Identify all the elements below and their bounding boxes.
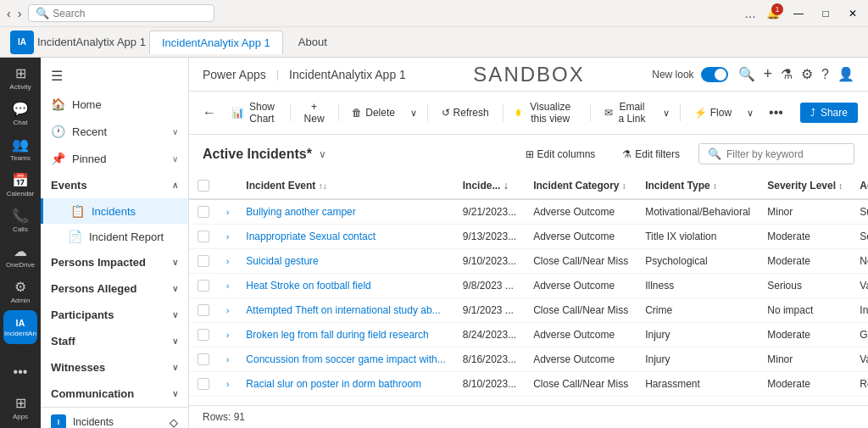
teams-nav-incidentapp[interactable]: IA IncidentAn <box>3 310 37 344</box>
teams-nav-teams[interactable]: 👥 Teams <box>3 132 37 166</box>
row-checkbox-0[interactable] <box>189 199 218 225</box>
search-icon[interactable]: 🔍 <box>738 66 755 82</box>
row-event-3[interactable]: Heat Stroke on football field <box>237 274 453 298</box>
refresh-button[interactable]: ↺ Refresh <box>435 103 496 123</box>
row-activity-1: Service project <box>851 225 868 249</box>
row-expand-1[interactable]: › <box>218 225 237 249</box>
settings-icon[interactable]: ⚙ <box>801 66 813 82</box>
row-expand-3[interactable]: › <box>218 274 237 298</box>
delete-button[interactable]: 🗑 Delete <box>345 103 402 123</box>
search-bar[interactable]: 🔍 <box>28 4 214 22</box>
row-expand-4[interactable]: › <box>218 298 237 323</box>
row-checkbox-1[interactable] <box>189 225 218 249</box>
teams-nav-admin[interactable]: ⚙ Admin <box>3 275 37 308</box>
sidebar-item-recent[interactable]: 🕐 Recent ∨ <box>41 118 188 145</box>
teams-nav-apps[interactable]: ⊞ Apps <box>3 391 37 425</box>
close-button[interactable]: ✕ <box>844 5 861 22</box>
sidebar-section-persons-alleged[interactable]: Persons Alleged ∨ <box>41 275 188 302</box>
row-event-2[interactable]: Suicidal gesture <box>237 249 453 274</box>
columns-icon: ⊞ <box>526 148 534 160</box>
filter-icon[interactable]: ⚗ <box>781 66 793 82</box>
sidebar-section-staff[interactable]: Staff ∨ <box>41 328 188 354</box>
teams-nav-more[interactable]: ••• <box>3 355 37 389</box>
email-dropdown-button[interactable]: ∨ <box>659 103 673 123</box>
help-icon[interactable]: ? <box>821 67 829 82</box>
row-event-0[interactable]: Bullying another camper <box>237 199 453 225</box>
col-header-incident-category[interactable]: Incident Category ↕ <box>525 173 637 199</box>
row-event-6[interactable]: Concussion from soccer game impact with.… <box>237 347 453 372</box>
sidebar-section-communication[interactable]: Communication ∨ <box>41 381 188 407</box>
row-event-7[interactable]: Racial slur on poster in dorm bathroom <box>237 372 453 397</box>
sidebar-item-incident-report[interactable]: 📄 Incident Report <box>41 224 188 249</box>
communication-label: Communication <box>51 387 134 400</box>
edit-columns-button[interactable]: ⊞ Edit columns <box>517 144 604 164</box>
row-checkbox-2[interactable] <box>189 249 218 274</box>
flow-dropdown-button[interactable]: ∨ <box>743 103 757 123</box>
filter-keyword-container[interactable]: 🔍 <box>698 143 854 164</box>
row-checkbox-3[interactable] <box>189 274 218 298</box>
row-checkbox-4[interactable] <box>189 298 218 323</box>
row-checkbox-6[interactable] <box>189 347 218 372</box>
row-expand-5[interactable]: › <box>218 323 237 347</box>
more-toolbar-button[interactable]: ••• <box>762 102 790 124</box>
title-dropdown-icon[interactable]: ∨ <box>319 148 326 160</box>
maximize-button[interactable]: □ <box>817 5 834 22</box>
sidebar-item-home[interactable]: 🏠 Home <box>41 91 188 118</box>
search-input[interactable] <box>53 8 205 19</box>
plus-icon[interactable]: + <box>764 65 773 83</box>
col-header-expand <box>218 173 237 199</box>
edit-filters-button[interactable]: ⚗ Edit filters <box>614 144 688 164</box>
toggle-switch[interactable] <box>701 67 728 82</box>
new-button[interactable]: + New <box>298 97 331 129</box>
sidebar-section-persons-impacted[interactable]: Persons Impacted ∨ <box>41 249 188 275</box>
row-expand-7[interactable]: › <box>218 372 237 397</box>
incident-app-icon: IA <box>16 318 25 328</box>
col-header-incident-event[interactable]: Incident Event ↑↓ <box>237 173 453 199</box>
teams-nav-activity[interactable]: ⊞ Activity <box>3 61 37 95</box>
tab-about[interactable]: About <box>287 31 339 53</box>
more-apps-icon: ••• <box>14 364 28 380</box>
row-event-4[interactable]: Attempted Theft on international study a… <box>237 298 453 323</box>
col-header-activity[interactable]: Activity Type ↕ <box>851 173 868 199</box>
teams-nav-calendar[interactable]: 📅 Calendar <box>3 168 37 202</box>
sidebar-item-incidents[interactable]: 📋 Incidents <box>41 198 188 224</box>
minimize-button[interactable]: — <box>790 5 807 22</box>
row-event-5[interactable]: Broken leg from fall during field resear… <box>237 323 453 347</box>
visualize-button[interactable]: Visualize this view <box>509 97 583 129</box>
sidebar-section-witnesses[interactable]: Witnesses ∨ <box>41 354 188 381</box>
new-look-toggle[interactable]: New look <box>652 67 727 82</box>
sidebar-item-pinned[interactable]: 📌 Pinned ∨ <box>41 145 188 172</box>
toolbar-divider-1 <box>290 104 291 121</box>
teams-nav-calls[interactable]: 📞 Calls <box>3 203 37 237</box>
teams-nav-onedrive[interactable]: ☁ OneDrive <box>3 239 37 273</box>
row-checkbox-7[interactable] <box>189 372 218 397</box>
row-expand-2[interactable]: › <box>218 249 237 274</box>
show-chart-button[interactable]: 📊 Show Chart <box>225 97 283 129</box>
email-link-button[interactable]: ✉ Email a Link <box>598 97 654 129</box>
notification-badge[interactable]: 🔔1 <box>766 7 780 19</box>
user-icon[interactable]: 👤 <box>837 66 854 82</box>
nav-forward-button[interactable]: › <box>18 7 22 20</box>
content-area: ☰ 🏠 Home 🕐 Recent ∨ 📌 Pinned ∨ Events ∧ … <box>41 58 868 428</box>
col-header-checkbox[interactable] <box>189 173 218 199</box>
nav-back-button[interactable]: ‹ <box>7 7 11 20</box>
row-checkbox-5[interactable] <box>189 323 218 347</box>
sidebar-hamburger-icon[interactable]: ☰ <box>41 61 188 91</box>
row-event-1[interactable]: Inappropriate Sexual contact <box>237 225 453 249</box>
more-button[interactable]: … <box>744 7 756 20</box>
col-header-incident-date[interactable]: Incide... ↓ <box>454 173 525 199</box>
share-button[interactable]: ⤴ Share <box>800 103 858 123</box>
row-expand-0[interactable]: › <box>218 199 237 225</box>
sidebar-section-events[interactable]: Events ∧ <box>41 172 188 198</box>
tab-incidents-app[interactable]: IncidentAnalytix App 1 <box>149 31 283 54</box>
delete-dropdown-button[interactable]: ∨ <box>407 103 420 123</box>
flow-button[interactable]: ⚡ Flow <box>687 103 738 123</box>
teams-nav-chat[interactable]: 💬 Chat <box>3 97 37 131</box>
row-count-label: Rows: 91 <box>203 411 245 423</box>
sidebar-section-participants[interactable]: Participants ∨ <box>41 302 188 328</box>
filter-keyword-input[interactable] <box>726 148 845 160</box>
back-button[interactable]: ← <box>199 102 220 124</box>
col-header-incident-type[interactable]: Incident Type ↕ <box>637 173 759 199</box>
col-header-severity[interactable]: Severity Level ↕ <box>759 173 851 199</box>
row-expand-6[interactable]: › <box>218 347 237 372</box>
